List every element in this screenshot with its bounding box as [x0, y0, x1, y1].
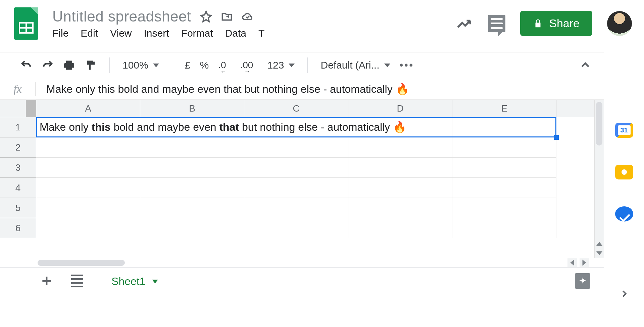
zoom-value: 100% [122, 59, 148, 71]
font-dropdown[interactable]: Default (Ari... [320, 59, 390, 71]
share-button[interactable]: Share [520, 11, 592, 36]
cell-E5[interactable] [452, 198, 556, 218]
increase-decimal-button[interactable]: .00 [240, 60, 258, 71]
undo-icon[interactable] [20, 59, 32, 71]
lock-icon [533, 18, 543, 29]
account-avatar[interactable] [607, 11, 632, 36]
expand-side-panel-icon[interactable] [618, 289, 630, 298]
cell-A6[interactable] [36, 218, 140, 238]
cell-A3[interactable] [36, 158, 140, 178]
tasks-app-icon[interactable] [615, 206, 633, 221]
formula-input[interactable]: Make only this bold and maybe even that … [36, 83, 409, 95]
cell-A5[interactable] [36, 198, 140, 218]
menu-tools-truncated[interactable]: T [258, 28, 264, 39]
explore-icon[interactable] [575, 273, 590, 289]
comments-icon[interactable] [488, 15, 505, 32]
cell-E6[interactable] [452, 218, 556, 238]
menu-edit[interactable]: Edit [81, 28, 98, 39]
cell-A1-content[interactable]: Make only this bold and maybe even that … [40, 121, 406, 133]
cell-D5[interactable] [348, 198, 452, 218]
cell-B3[interactable] [140, 158, 244, 178]
cell-E1[interactable] [452, 117, 556, 137]
scroll-down-button[interactable] [595, 248, 604, 258]
column-header-E[interactable]: E [452, 100, 556, 117]
select-all-corner[interactable] [0, 100, 36, 117]
cloud-status-icon[interactable] [242, 10, 254, 23]
scroll-right-button[interactable] [580, 258, 589, 268]
cell-B5[interactable] [140, 198, 244, 218]
cell-C4[interactable] [244, 178, 348, 198]
decrease-decimal-button[interactable]: .0 [218, 60, 231, 71]
formula-bar: fx Make only this bold and maybe even th… [0, 78, 604, 100]
menu-data[interactable]: Data [225, 28, 246, 39]
horizontal-scrollbar[interactable] [0, 258, 604, 267]
menu-insert[interactable]: Insert [144, 28, 169, 39]
column-header-A[interactable]: A [36, 100, 140, 117]
cell-B4[interactable] [140, 178, 244, 198]
scroll-left-button[interactable] [567, 258, 577, 268]
cell-C6[interactable] [244, 218, 348, 238]
row-header-2[interactable]: 2 [0, 137, 36, 158]
vertical-scroll-thumb[interactable] [596, 102, 602, 146]
all-sheets-icon[interactable] [71, 275, 83, 287]
cell-E4[interactable] [452, 178, 556, 198]
zoom-dropdown[interactable]: 100% [122, 59, 159, 71]
document-title[interactable]: Untitled spreadsheet [52, 8, 191, 25]
trend-icon[interactable] [456, 15, 473, 32]
menu-view[interactable]: View [110, 28, 132, 39]
vertical-scrollbar[interactable] [594, 100, 604, 258]
cell-B6[interactable] [140, 218, 244, 238]
print-icon[interactable] [63, 59, 75, 71]
cell-D3[interactable] [348, 158, 452, 178]
percent-button[interactable]: % [200, 59, 209, 71]
add-sheet-icon[interactable] [40, 275, 53, 287]
cell-C2[interactable] [244, 137, 348, 158]
cell-A4[interactable] [36, 178, 140, 198]
row-header-1[interactable]: 1 [0, 117, 36, 137]
cell-D6[interactable] [348, 218, 452, 238]
redo-icon[interactable] [42, 59, 54, 71]
spreadsheet-grid: ABCDE 123456 Make only this bold and may… [0, 100, 604, 258]
currency-button[interactable]: £ [185, 59, 191, 71]
cell-D2[interactable] [348, 137, 452, 158]
column-header-B[interactable]: B [140, 100, 244, 117]
fx-icon[interactable]: fx [0, 82, 36, 96]
cell-B2[interactable] [140, 137, 244, 158]
fill-handle[interactable] [554, 135, 559, 140]
horizontal-scroll-thumb[interactable] [38, 260, 125, 266]
move-folder-icon[interactable] [221, 10, 233, 23]
menu-format[interactable]: Format [181, 28, 213, 39]
column-header-D[interactable]: D [348, 100, 452, 117]
calendar-app-icon[interactable] [615, 123, 633, 138]
keep-app-icon[interactable] [615, 165, 633, 180]
cell-E3[interactable] [452, 158, 556, 178]
header: Untitled spreadsheet File Edit View Inse… [0, 0, 644, 42]
cell-C3[interactable] [244, 158, 348, 178]
toolbar: 100% £ % .0 .00 123 Default (Ari... ••• [0, 52, 604, 78]
row-header-6[interactable]: 6 [0, 218, 36, 238]
star-icon[interactable] [200, 10, 212, 23]
column-header-C[interactable]: C [244, 100, 348, 117]
cell-A2[interactable] [36, 137, 140, 158]
row-header-3[interactable]: 3 [0, 158, 36, 178]
cell-E2[interactable] [452, 137, 556, 158]
menubar: File Edit View Insert Format Data T [52, 28, 264, 39]
sheet-tab-label: Sheet1 [111, 275, 145, 288]
row-header-5[interactable]: 5 [0, 198, 36, 218]
sheets-logo-icon[interactable] [14, 7, 38, 40]
caret-down-icon [152, 280, 158, 283]
caret-down-icon [289, 64, 295, 67]
side-panel [604, 99, 644, 312]
number-format-dropdown[interactable]: 123 [267, 59, 295, 71]
font-name: Default (Ari... [320, 59, 379, 71]
menu-file[interactable]: File [52, 28, 68, 39]
row-header-4[interactable]: 4 [0, 178, 36, 198]
column-headers: ABCDE [0, 100, 594, 117]
collapse-toolbar-icon[interactable] [580, 59, 591, 71]
cell-D4[interactable] [348, 178, 452, 198]
toolbar-more-icon[interactable]: ••• [400, 59, 414, 71]
scroll-up-button[interactable] [595, 239, 604, 248]
paint-format-icon[interactable] [85, 59, 97, 71]
cell-C5[interactable] [244, 198, 348, 218]
sheet-tab-sheet1[interactable]: Sheet1 [101, 268, 168, 294]
